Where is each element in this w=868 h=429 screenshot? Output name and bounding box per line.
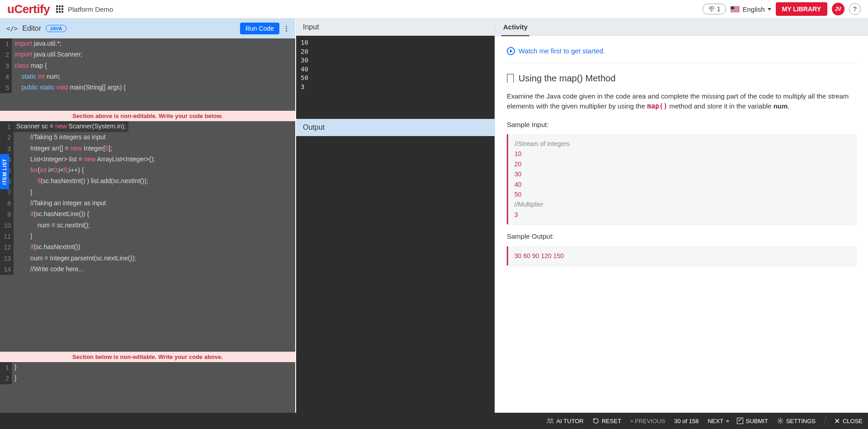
svg-point-0: [547, 419, 549, 420]
activity-body: Watch me first to get started. Using the…: [495, 36, 868, 413]
activity-column: Activity Watch me first to get started. …: [495, 19, 868, 413]
activity-title: Using the map() Method: [519, 71, 616, 85]
tab-activity[interactable]: Activity: [501, 19, 529, 36]
activity-tabs: Activity: [495, 19, 868, 36]
language-label: English: [742, 5, 764, 13]
close-icon: ✕: [834, 417, 840, 425]
editor-menu-icon[interactable]: [284, 26, 289, 32]
divider: [823, 416, 826, 426]
editor-readonly-bottom: 1}2}: [0, 362, 295, 413]
sample-output-box: 30 60 90 120 150: [507, 246, 856, 265]
caret-down-icon: [768, 8, 771, 10]
language-selector[interactable]: English: [731, 5, 771, 13]
output-header: Output: [296, 119, 495, 136]
activity-description: Examine the Java code given in the code …: [507, 91, 856, 112]
next-button[interactable]: NEXT »: [708, 418, 727, 424]
breadcrumb[interactable]: Platform Demo: [68, 5, 113, 13]
notice-above: Section above is non-editable. Write you…: [0, 111, 295, 121]
activity-title-row: Using the map() Method: [507, 71, 856, 85]
chevron-right-icon: »: [726, 418, 728, 424]
points-badge[interactable]: 1: [703, 4, 726, 14]
bottom-bar: AI TUTOR RESET « PREVIOUS 30 of 158 NEXT…: [0, 413, 868, 429]
editor-header: </> Editor JAVA Run Code: [0, 19, 295, 38]
chevron-left-icon: «: [630, 418, 632, 424]
svg-point-2: [779, 420, 781, 422]
editor-readonly-top: 1import java.util.*;2import java.util.Sc…: [0, 38, 295, 111]
previous-button[interactable]: « PREVIOUS: [630, 418, 665, 424]
ai-tutor-button[interactable]: AI TUTOR: [547, 418, 584, 424]
help-button[interactable]: ?: [849, 3, 861, 15]
top-bar: uCertify Platform Demo 1 English MY LIBR…: [0, 0, 868, 19]
gear-icon: [777, 418, 783, 424]
editor-title: Editor: [22, 24, 41, 33]
reset-button[interactable]: RESET: [593, 418, 621, 424]
sample-input-label: Sample Input:: [507, 120, 856, 130]
apps-grid-icon[interactable]: [56, 5, 63, 13]
run-code-button[interactable]: Run Code: [240, 23, 279, 34]
code-icon: </>: [6, 25, 18, 32]
logo[interactable]: uCertify: [7, 2, 50, 16]
bookmark-icon[interactable]: [507, 74, 514, 83]
flag-us-icon: [731, 6, 740, 12]
input-body[interactable]: 10 20 30 40 50 3: [296, 36, 495, 119]
user-avatar[interactable]: JV: [832, 3, 844, 15]
submit-button[interactable]: SUBMIT: [737, 418, 768, 424]
submit-icon: [737, 418, 743, 424]
ai-tutor-icon: [547, 418, 554, 424]
language-badge: JAVA: [46, 25, 66, 32]
input-header: Input: [296, 19, 495, 36]
diamond-icon: [708, 6, 715, 12]
sample-input-box: //Stream of integers1020304050//Multipli…: [507, 134, 856, 224]
topbar-right: 1 English MY LIBRARY JV ?: [703, 2, 861, 16]
output-body: [296, 136, 495, 413]
notice-below: Section below is non-editable. Write you…: [0, 352, 295, 362]
editor-editable[interactable]: 1Scanner sc = new Scanner(System.in);2 /…: [0, 121, 295, 352]
points-value: 1: [717, 5, 721, 13]
sample-output-label: Sample Output:: [507, 231, 856, 242]
watch-me-link[interactable]: Watch me first to get started.: [507, 46, 856, 63]
play-icon: [507, 47, 515, 55]
editor-column: </> Editor JAVA Run Code 1import java.ut…: [0, 19, 295, 413]
main-area: ITEM LIST </> Editor JAVA Run Code 1impo…: [0, 19, 868, 413]
io-column: Input 10 20 30 40 50 3 Output: [295, 19, 495, 413]
svg-point-1: [551, 419, 552, 420]
close-button[interactable]: ✕ CLOSE: [834, 417, 863, 425]
settings-button[interactable]: SETTINGS: [777, 418, 816, 424]
watch-label: Watch me first to get started.: [519, 46, 605, 57]
my-library-button[interactable]: MY LIBRARY: [776, 2, 827, 16]
page-position: 30 of 158: [674, 418, 698, 424]
item-list-tab[interactable]: ITEM LIST: [0, 154, 9, 189]
reset-icon: [593, 418, 599, 424]
